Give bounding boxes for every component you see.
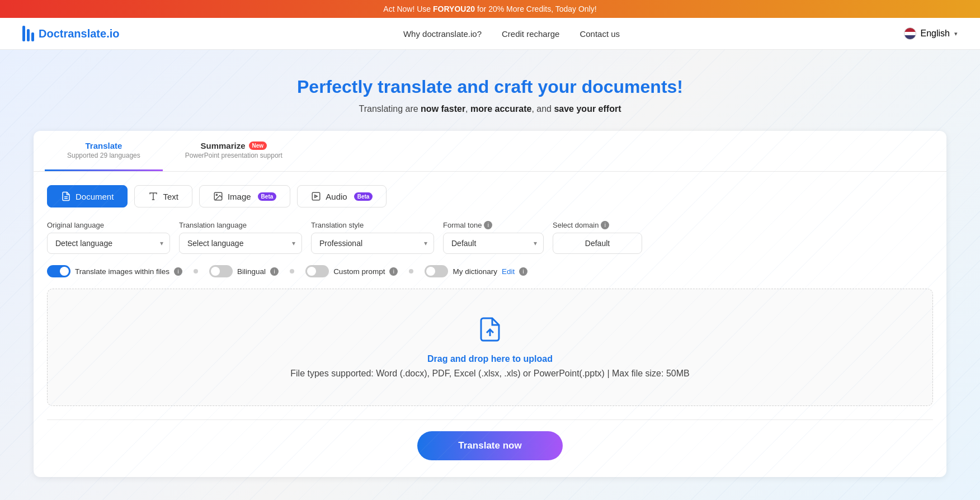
translation-language-group: Translation language Select language Eng… — [179, 221, 302, 254]
logo-icon — [22, 26, 34, 41]
select-domain-info-icon[interactable]: i — [601, 221, 609, 229]
hero-sub-bold1: now faster — [421, 104, 465, 114]
form-row: Original language Detect language Englis… — [47, 221, 933, 254]
language-selector[interactable]: English ▾ — [904, 27, 958, 40]
nav-why[interactable]: Why doctranslate.io? — [403, 29, 482, 39]
translation-language-select[interactable]: Select language English Spanish French — [179, 233, 302, 254]
my-dictionary-edit[interactable]: Edit — [502, 267, 515, 276]
toggle-my-dictionary: My dictionary Edit i — [425, 265, 527, 277]
main-nav: Why doctranslate.io? Credit recharge Con… — [403, 29, 620, 39]
toggle-translate-images: Translate images within files i — [47, 265, 182, 277]
formal-tone-wrapper: Default Formal Informal ▾ — [443, 233, 544, 254]
formal-tone-info-icon[interactable]: i — [484, 221, 492, 229]
hero-title: Perfectly translate and craft your docum… — [22, 77, 958, 97]
badge-beta-image: Beta — [258, 192, 277, 201]
tab-summarize-header: Summarize New — [201, 141, 267, 150]
mode-document-label: Document — [76, 192, 114, 201]
translation-style-group: Translation style Professional Casual Fo… — [311, 221, 434, 254]
bilingual-label: Bilingual — [237, 267, 266, 276]
separator-2 — [290, 269, 294, 273]
promo-banner: Act Now! Use FORYOU20 for 20% More Credi… — [0, 0, 980, 18]
original-language-label: Original language — [47, 221, 170, 229]
translate-now-button[interactable]: Translate now — [417, 431, 563, 460]
bilingual-info-icon[interactable]: i — [270, 267, 279, 276]
upload-area[interactable]: Drag and drop here to upload File types … — [47, 289, 933, 406]
logo-bar-2 — [27, 29, 30, 41]
tab-translate-label: Translate — [85, 141, 122, 150]
tabs-row: Translate Supported 29 languages Summari… — [34, 131, 946, 172]
upload-drag-text: Drag and drop here to upload — [59, 354, 921, 364]
nav-credits[interactable]: Credit recharge — [502, 29, 559, 39]
logo[interactable]: Doctranslate.io — [22, 26, 119, 41]
banner-text-prefix: Act Now! Use — [383, 4, 433, 13]
logo-bar-3 — [31, 32, 34, 41]
translate-images-label: Translate images within files — [75, 267, 169, 276]
chevron-down-icon: ▾ — [954, 30, 958, 37]
mode-text-label: Text — [163, 192, 178, 201]
toggle-row: Translate images within files i Bilingua… — [47, 265, 933, 277]
my-dictionary-info-icon[interactable]: i — [519, 267, 527, 276]
mode-document[interactable]: Document — [47, 185, 128, 207]
badge-beta-audio: Beta — [354, 192, 373, 201]
select-domain-label: Select domain i — [553, 221, 642, 229]
tab-summarize-sublabel: PowerPoint presentation support — [185, 152, 282, 159]
main-card-wrapper: Translate Supported 29 languages Summari… — [22, 131, 958, 477]
upload-drag-link: Drag and drop — [427, 354, 488, 364]
tab-translate-sublabel: Supported 29 languages — [67, 152, 140, 159]
my-dictionary-toggle[interactable] — [425, 265, 448, 277]
language-label: English — [921, 29, 950, 39]
translate-btn-wrapper: Translate now — [47, 431, 933, 460]
hero-subtitle: Translating are now faster, more accurat… — [22, 104, 958, 114]
formal-tone-label: Formal tone i — [443, 221, 544, 229]
formal-tone-select[interactable]: Default Formal Informal — [443, 233, 544, 254]
doc-icon — [61, 191, 71, 201]
mode-image-label: Image — [228, 192, 251, 201]
original-language-select[interactable]: Detect language English Spanish French — [47, 233, 170, 254]
select-domain-group: Select domain i Default — [553, 221, 642, 254]
hero-sub-bold3: save your effort — [554, 104, 621, 114]
flag-icon — [904, 27, 916, 40]
mode-audio[interactable]: Audio Beta — [297, 185, 387, 207]
select-domain-value: Default — [553, 233, 642, 254]
formal-tone-group: Formal tone i Default Formal Informal ▾ — [443, 221, 544, 254]
translate-images-info-icon[interactable]: i — [174, 267, 182, 276]
custom-prompt-label: Custom prompt — [333, 267, 385, 276]
svg-rect-6 — [313, 192, 321, 200]
mode-image[interactable]: Image Beta — [199, 185, 290, 207]
mode-text[interactable]: Text — [134, 185, 192, 207]
banner-text-suffix: for 20% More Credits, Today Only! — [475, 4, 597, 13]
mode-buttons: Document Text — [47, 185, 933, 207]
text-icon — [148, 191, 158, 201]
mode-audio-label: Audio — [326, 192, 347, 201]
hero-sub-mid: , — [465, 104, 470, 114]
custom-prompt-info-icon[interactable]: i — [389, 267, 398, 276]
audio-icon — [311, 191, 321, 201]
image-icon — [213, 191, 223, 201]
tab-translate[interactable]: Translate Supported 29 languages — [45, 131, 163, 171]
tab-summarize[interactable]: Summarize New PowerPoint presentation su… — [163, 131, 305, 171]
upload-icon — [59, 316, 921, 345]
toggle-custom-prompt: Custom prompt i — [305, 265, 398, 277]
translation-language-wrapper: Select language English Spanish French ▾ — [179, 233, 302, 254]
logo-text: Doctranslate.io — [39, 27, 119, 40]
separator-3 — [409, 269, 413, 273]
upload-drag-suffix: here to upload — [488, 354, 553, 364]
upload-sub-text: File types supported: Word (.docx), PDF,… — [59, 369, 921, 379]
svg-point-5 — [216, 194, 217, 195]
divider — [47, 419, 933, 420]
translation-style-select[interactable]: Professional Casual Formal — [311, 233, 434, 254]
separator-1 — [194, 269, 198, 273]
translate-images-toggle[interactable] — [47, 265, 70, 277]
hero-sub-prefix: Translating are — [359, 104, 421, 114]
nav-contact[interactable]: Contact us — [579, 29, 620, 39]
content-area: Document Text — [34, 172, 946, 477]
hero-sub-mid2: , and — [531, 104, 554, 114]
main-card: Translate Supported 29 languages Summari… — [34, 131, 946, 477]
hero-section: Perfectly translate and craft your docum… — [0, 50, 980, 500]
hero-sub-bold2: more accurate — [470, 104, 531, 114]
custom-prompt-toggle[interactable] — [305, 265, 329, 277]
translation-style-wrapper: Professional Casual Formal ▾ — [311, 233, 434, 254]
bilingual-toggle[interactable] — [209, 265, 233, 277]
logo-bar-1 — [22, 26, 25, 41]
toggle-bilingual: Bilingual i — [209, 265, 279, 277]
